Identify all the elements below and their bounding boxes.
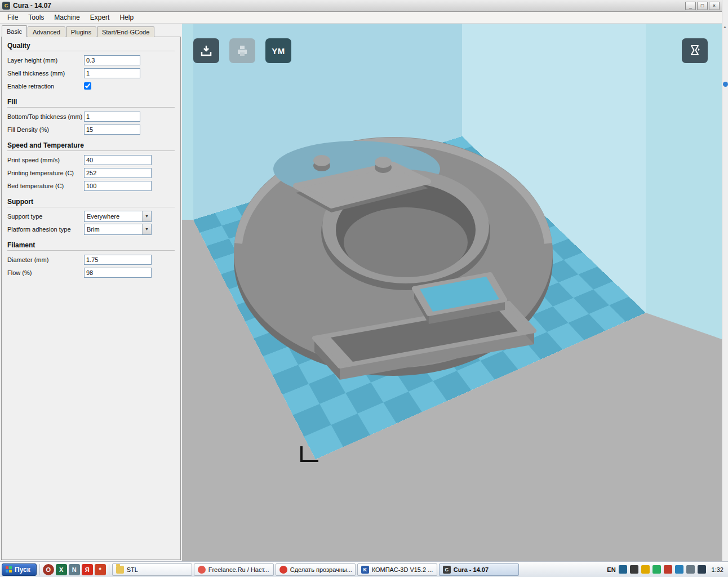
windows-logo-icon — [6, 566, 12, 572]
settings-panel: Basic Advanced Plugins Start/End-GCode Q… — [0, 24, 182, 561]
kompas-icon: K — [361, 566, 369, 574]
shell-thickness-input[interactable] — [84, 68, 140, 78]
section-divider — [7, 207, 175, 207]
section-divider — [7, 107, 175, 108]
youmagine-label: YM — [272, 46, 285, 56]
menu-machine[interactable]: Machine — [49, 12, 85, 23]
support-type-select[interactable]: Everywhere ▼ — [84, 211, 152, 222]
system-tray: EN 1:32 — [607, 565, 726, 574]
view-mode-button[interactable] — [682, 38, 708, 63]
tray-icon-7[interactable] — [686, 565, 695, 574]
printer-icon — [235, 43, 250, 58]
menu-bar: File Tools Machine Expert Help — [0, 12, 722, 24]
menu-tools[interactable]: Tools — [23, 12, 49, 23]
platform-adhesion-select[interactable]: Brim ▼ — [84, 224, 152, 235]
setting-label: Platform adhesion type — [7, 226, 84, 233]
menu-file[interactable]: File — [2, 12, 23, 23]
clock[interactable]: 1:32 — [712, 566, 723, 573]
quick-launch-icon-1[interactable]: O — [43, 564, 54, 575]
section-title: Speed and Temperature — [7, 141, 175, 149]
tray-icon-6[interactable] — [675, 565, 683, 574]
viewport-3d[interactable]: YM — [182, 24, 722, 561]
section-title: Filament — [7, 241, 175, 249]
setting-label: Print speed (mm/s) — [7, 157, 84, 163]
setting-label: Diameter (mm) — [7, 256, 84, 263]
setting-label: Support type — [7, 213, 84, 220]
tray-icon-3[interactable] — [641, 565, 650, 574]
section-title: Fill — [7, 98, 175, 106]
browser-tab-icon — [198, 566, 206, 574]
quick-launch-icon-3[interactable]: N — [69, 564, 80, 575]
taskbar-task-cura[interactable]: C Cura - 14.07 — [439, 563, 519, 576]
taskbar-divider — [39, 564, 40, 575]
background-scroll-arrow-icon: ▲ — [723, 25, 727, 29]
quick-launch-icon-2[interactable]: X — [56, 564, 67, 575]
tab-bar: Basic Advanced Plugins Start/End-GCode — [2, 25, 155, 37]
tab-advanced[interactable]: Advanced — [28, 26, 65, 37]
close-button[interactable]: × — [709, 2, 720, 10]
section-divider — [7, 150, 175, 151]
view-mode-icon — [687, 43, 703, 59]
youmagine-share-button[interactable]: YM — [265, 38, 291, 63]
tab-basic[interactable]: Basic — [2, 25, 27, 37]
tray-icon-5[interactable] — [664, 565, 672, 574]
bed-origin-mark — [301, 446, 318, 461]
language-indicator[interactable]: EN — [607, 566, 615, 573]
browser-tab-icon — [279, 566, 287, 574]
tray-icon-1[interactable] — [619, 565, 627, 574]
main-content: Basic Advanced Plugins Start/End-GCode Q… — [0, 24, 722, 561]
section-quality: Quality Layer height (mm) Shell thicknes… — [7, 42, 175, 92]
load-model-button[interactable] — [193, 38, 219, 63]
setting-label: Flow (%) — [7, 269, 84, 276]
layer-height-input[interactable] — [84, 55, 140, 65]
section-filament: Filament Diameter (mm) Flow (%) — [7, 241, 175, 279]
start-button[interactable]: Пуск — [2, 563, 37, 576]
tab-plugins[interactable]: Plugins — [66, 26, 96, 37]
setting-label: Enable retraction — [7, 83, 84, 90]
taskbar-task-kompas[interactable]: K КОМПАС-3D V15.2 ... — [357, 563, 437, 576]
model-layer — [182, 24, 722, 561]
quick-launch-icon-5[interactable]: * — [95, 564, 106, 575]
maximize-button[interactable]: □ — [697, 2, 708, 10]
section-title: Support — [7, 198, 175, 206]
quick-launch-icon-4[interactable]: Я — [82, 564, 93, 575]
save-toolpath-button[interactable] — [229, 38, 255, 63]
tray-icon-4[interactable] — [652, 565, 661, 574]
window-title: Cura - 14.07 — [13, 2, 51, 10]
background-window-icon[interactable] — [723, 82, 728, 87]
enable-retraction-checkbox[interactable] — [84, 82, 91, 90]
section-divider — [7, 250, 175, 251]
fill-density-input[interactable] — [84, 125, 140, 135]
setting-label: Fill Density (%) — [7, 126, 84, 133]
filament-flow-input[interactable] — [84, 268, 152, 278]
menu-expert[interactable]: Expert — [85, 12, 115, 23]
section-divider — [7, 51, 175, 51]
bottom-top-thickness-input[interactable] — [84, 112, 140, 122]
tab-start-end-gcode[interactable]: Start/End-GCode — [97, 26, 154, 37]
printing-temperature-input[interactable] — [84, 168, 152, 178]
load-model-icon — [199, 43, 214, 58]
tray-icon-2[interactable] — [630, 565, 638, 574]
taskbar-task-stl[interactable]: STL — [112, 563, 192, 576]
section-fill: Fill Bottom/Top thickness (mm) Fill Dens… — [7, 98, 175, 136]
print-speed-input[interactable] — [84, 155, 152, 165]
filament-diameter-input[interactable] — [84, 255, 152, 265]
section-support: Support Support type Everywhere ▼ Platfo… — [7, 198, 175, 236]
setting-label: Printing temperature (C) — [7, 170, 84, 176]
setting-label: Bed temperature (C) — [7, 183, 84, 189]
tray-icon-8[interactable] — [698, 565, 706, 574]
minimize-button[interactable]: _ — [685, 2, 696, 10]
titlebar: C Cura - 14.07 _ □ × — [0, 0, 722, 12]
model-3d[interactable] — [234, 137, 553, 380]
taskbar-task-transparent[interactable]: Сделать прозрачны... — [276, 563, 356, 576]
chevron-down-icon[interactable]: ▼ — [142, 224, 151, 234]
app-icon: C — [2, 2, 10, 10]
menu-help[interactable]: Help — [114, 12, 139, 23]
bed-temperature-input[interactable] — [84, 181, 152, 191]
chevron-down-icon[interactable]: ▼ — [142, 211, 151, 221]
setting-label: Layer height (mm) — [7, 57, 84, 64]
taskbar-task-freelance[interactable]: Freelance.Ru / Наст... — [194, 563, 274, 576]
background-window-strip: ▲ — [722, 0, 728, 561]
setting-label: Shell thickness (mm) — [7, 70, 84, 77]
taskbar-divider — [109, 564, 109, 575]
